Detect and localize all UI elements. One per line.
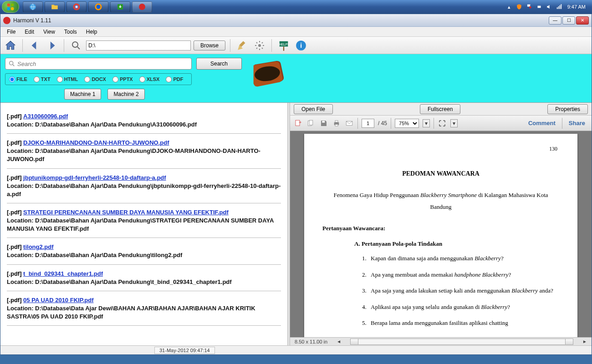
tray-chevron-icon[interactable]: ▴ [505, 3, 513, 10]
file-type-filter: FILE TXT HTML DOCX PPTX XLSX PDF [5, 73, 192, 85]
tray-flag-icon[interactable] [526, 3, 533, 10]
taskbar: ▴ 9:47 AM [0, 0, 592, 14]
svg-rect-13 [556, 7, 557, 9]
svg-point-24 [10, 61, 13, 65]
svg-text:HELP!: HELP! [279, 43, 288, 46]
pdf-pages-icon[interactable] [306, 119, 316, 128]
pdf-q4: Aplikasi apa saja yang selalu anda gunak… [368, 303, 559, 312]
menu-help[interactable]: Help [82, 27, 102, 36]
pdf-save-icon[interactable] [319, 119, 328, 128]
browse-button[interactable]: Browse [194, 40, 225, 51]
radio-pdf[interactable]: PDF [166, 76, 183, 82]
result-ext: [.pdf] [7, 174, 21, 181]
page-input[interactable] [362, 119, 374, 128]
tray-shield-icon[interactable] [515, 3, 523, 10]
svg-point-17 [72, 42, 78, 47]
search-input[interactable] [17, 61, 189, 67]
share-link[interactable]: Share [566, 120, 588, 126]
radio-txt[interactable]: TXT [34, 76, 51, 82]
pdf-export-icon[interactable] [294, 119, 303, 128]
start-button[interactable] [2, 1, 19, 13]
machine1-button[interactable]: Machine 1 [64, 89, 101, 100]
svg-rect-26 [296, 120, 300, 126]
result-location: Location: D:\Database\Bahan Ajar\Data Pe… [7, 121, 281, 129]
result-link[interactable]: DJOKO-MARIHANDONO-DAN-HARTO-JUWONO.pdf [23, 139, 169, 146]
result-link[interactable]: STRATEGI PERENCANAAN SUMBER DAYA MANUSIA… [23, 209, 229, 216]
help-sign-icon[interactable]: HELP! [276, 38, 291, 53]
pdf-question-list: Kapan dan dimana saja anda menggunakan B… [368, 254, 559, 328]
taskbar-chrome[interactable] [66, 1, 87, 12]
result-link[interactable]: 05 PA UAD 2010 FKIP.pdf [23, 297, 93, 303]
viewer-toolbar: Open File Fullscreen Properties [290, 103, 592, 116]
result-link[interactable]: A310060096.pdf [23, 113, 68, 120]
machine2-button[interactable]: Machine 2 [107, 89, 144, 100]
result-link[interactable]: t_bind_029341_chapter1.pdf [23, 270, 103, 277]
results-list[interactable]: [.pdf] A310060096.pdfLocation: D:\Databa… [0, 103, 287, 345]
pdf-q3: Apa saja yang anda lakukan setiap kali a… [368, 286, 559, 295]
radio-file[interactable]: FILE [9, 76, 27, 82]
maximize-button[interactable]: ☐ [562, 16, 575, 25]
radio-xlsx[interactable]: XLSX [139, 76, 160, 82]
result-ext: [.pdf] [7, 270, 21, 277]
radio-html[interactable]: HTML [57, 76, 78, 82]
zoom-dropdown-icon[interactable]: ▾ [423, 119, 430, 127]
result-link[interactable]: jbptunikompp-gdl-ferryherli-22548-10-daf… [23, 174, 166, 181]
zoom-select[interactable]: 75% [395, 119, 419, 128]
menu-file[interactable]: File [2, 27, 20, 36]
pdf-toolbar: / 45 75% ▾ ▾ Comment Share [290, 116, 592, 131]
fit-dropdown-icon[interactable]: ▾ [450, 119, 458, 127]
radio-pptx[interactable]: PPTX [112, 76, 133, 82]
body-split: [.pdf] A310060096.pdfLocation: D:\Databa… [0, 103, 592, 345]
back-button[interactable] [27, 38, 42, 53]
properties-button[interactable]: Properties [547, 104, 588, 114]
taskbar-app[interactable] [132, 1, 152, 12]
tray-network-icon[interactable] [556, 3, 563, 10]
menu-view[interactable]: View [39, 27, 60, 36]
result-ext: [.pdf] [7, 243, 21, 250]
radio-docx[interactable]: DOCX [84, 76, 106, 82]
window-title: Harmoni V 1.11 [13, 17, 51, 24]
taskbar-explorer[interactable] [45, 1, 65, 12]
gear-icon[interactable] [252, 38, 267, 53]
status-datetime: 31-May-2012 09:47:14 [154, 347, 215, 354]
path-input[interactable] [86, 40, 191, 51]
search-button[interactable]: Search [196, 58, 242, 70]
pdf-hscroll[interactable] [350, 339, 573, 345]
pdf-q1: Kapan dan dimana saja anda menggunakan B… [368, 254, 559, 263]
svg-point-18 [258, 44, 261, 47]
info-icon[interactable]: i [294, 38, 308, 53]
result-item: [.pdf] jbptunikompp-gdl-ferryherli-22548… [7, 174, 281, 203]
window-statusbar: 31-May-2012 09:47:14 [0, 345, 592, 354]
svg-rect-12 [537, 6, 541, 8]
menu-edit[interactable]: Edit [20, 27, 39, 36]
clock[interactable]: 9:47 AM [566, 4, 587, 10]
result-ext: [.pdf] [7, 113, 21, 120]
open-file-button[interactable]: Open File [294, 104, 333, 114]
menu-tools[interactable]: Tools [60, 27, 82, 36]
svg-point-3 [11, 7, 14, 10]
result-ext: [.pdf] [7, 297, 21, 303]
pdf-scroll-area[interactable]: 130 PEDOMAN WAWANCARA Fenomena Gaya Hidu… [290, 131, 592, 337]
comment-link[interactable]: Comment [526, 120, 558, 126]
pdf-mail-icon[interactable] [345, 119, 354, 128]
minimize-button[interactable]: — [549, 16, 561, 25]
tray-volume-icon[interactable] [546, 3, 553, 10]
nav-toolbar: Browse HELP! i [0, 37, 592, 54]
home-button[interactable] [3, 38, 18, 53]
fullscreen-button[interactable]: Fullscreen [420, 104, 460, 114]
taskbar-ie[interactable] [23, 1, 43, 12]
close-button[interactable]: ✕ [576, 16, 589, 25]
svg-rect-29 [322, 121, 325, 122]
magnify-icon[interactable] [69, 38, 83, 53]
svg-point-7 [76, 6, 78, 8]
result-location: Location: D:\Database\Bahan Ajar\Data Pe… [7, 147, 281, 163]
forward-button[interactable] [45, 38, 59, 53]
taskbar-firefox[interactable] [88, 1, 108, 12]
result-link[interactable]: tilong2.pdf [23, 243, 53, 250]
pdf-print-icon[interactable] [332, 119, 341, 128]
search-box [5, 58, 192, 70]
broom-icon[interactable] [235, 38, 250, 53]
taskbar-idm[interactable] [110, 1, 130, 12]
tray-power-icon[interactable] [536, 3, 543, 10]
pdf-fit-icon[interactable] [438, 119, 447, 128]
